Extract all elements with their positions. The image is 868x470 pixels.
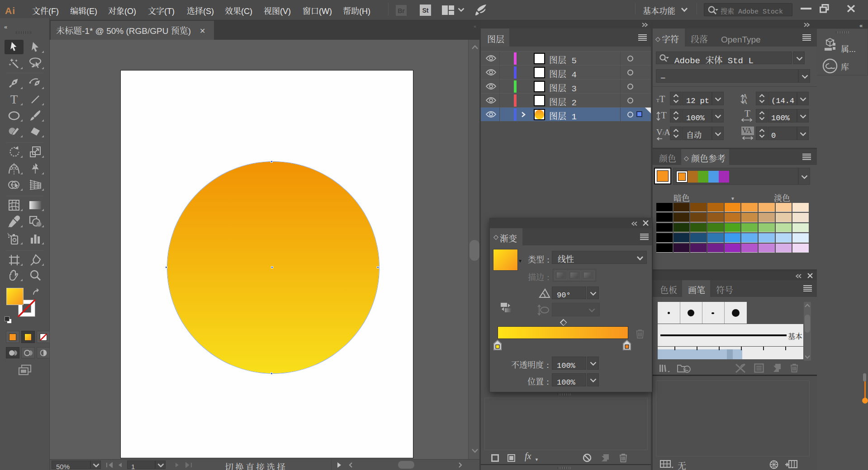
svg-text:T: T [10, 94, 18, 105]
